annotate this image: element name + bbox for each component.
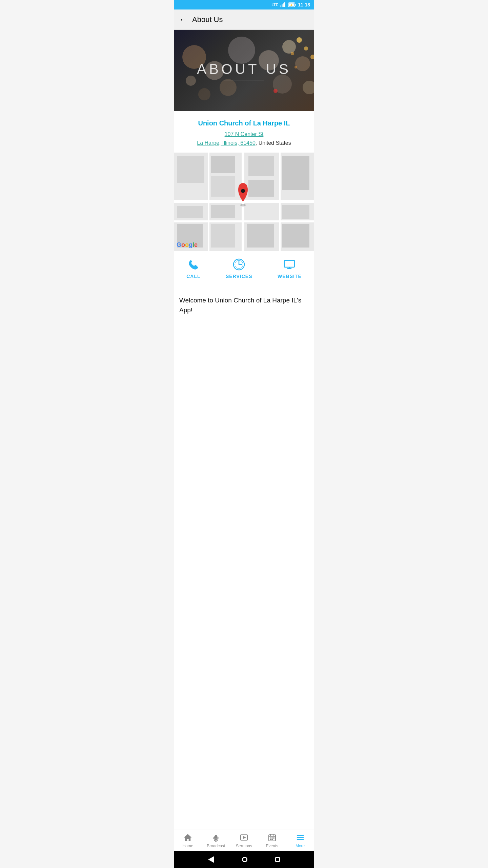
svg-rect-0: [280, 5, 281, 7]
website-label: WEBSITE: [278, 274, 302, 279]
svg-text:Google: Google: [177, 241, 198, 248]
android-back-button[interactable]: [208, 856, 214, 863]
nav-more-label: More: [296, 844, 305, 848]
nav-broadcast-label: Broadcast: [207, 844, 225, 848]
svg-rect-71: [270, 839, 271, 840]
svg-rect-40: [211, 224, 235, 248]
lte-indicator: LTE: [271, 3, 278, 7]
svg-point-13: [295, 56, 310, 71]
svg-rect-2: [283, 3, 284, 7]
welcome-text: Welcome to Union Church of La Harpe IL's…: [179, 296, 309, 315]
call-label: CALL: [186, 274, 200, 279]
hero-title: ABOUT US: [197, 61, 291, 77]
svg-rect-69: [271, 837, 273, 839]
hero-banner: ABOUT US: [174, 30, 314, 111]
website-icon: [283, 258, 296, 271]
svg-rect-36: [282, 156, 309, 190]
svg-point-20: [304, 46, 308, 51]
services-button[interactable]: SERVICES: [226, 258, 252, 279]
svg-rect-27: [174, 200, 314, 203]
svg-rect-37: [177, 206, 203, 218]
services-label: SERVICES: [226, 274, 252, 279]
church-name: Union Church of La Harpe IL: [179, 119, 309, 127]
svg-rect-28: [174, 220, 314, 222]
svg-point-18: [303, 81, 314, 94]
events-icon: [267, 833, 277, 842]
website-button[interactable]: WEBSITE: [278, 258, 302, 279]
svg-rect-70: [273, 837, 274, 839]
signal-icon: [280, 2, 286, 7]
svg-rect-68: [270, 837, 271, 839]
svg-rect-34: [248, 156, 274, 176]
services-icon: [232, 258, 245, 271]
svg-rect-3: [284, 2, 285, 7]
svg-point-21: [291, 52, 294, 55]
svg-rect-31: [177, 156, 204, 183]
svg-rect-33: [211, 176, 235, 197]
svg-text:⚡: ⚡: [290, 3, 293, 7]
map-container[interactable]: ter St Google: [174, 153, 314, 251]
sermons-icon: [239, 833, 249, 842]
svg-point-14: [220, 79, 237, 96]
call-button[interactable]: CALL: [186, 258, 200, 279]
svg-point-17: [186, 76, 196, 86]
svg-rect-54: [284, 260, 294, 267]
address-line1[interactable]: 107 N Center St: [225, 131, 264, 137]
svg-rect-59: [215, 835, 217, 839]
page-title: About Us: [192, 15, 223, 24]
svg-rect-35: [248, 180, 274, 197]
address-country: , United States: [256, 140, 291, 146]
battery-icon: ⚡: [288, 2, 296, 7]
back-button[interactable]: ←: [179, 15, 187, 24]
bottom-nav: Home Broadcast Sermons: [174, 829, 314, 851]
call-icon: [187, 258, 200, 271]
status-bar: LTE ⚡ 11:18: [174, 0, 314, 9]
address-line2[interactable]: La Harpe, Illinois, 61450: [197, 140, 256, 146]
svg-rect-32: [211, 156, 235, 173]
broadcast-icon: [211, 833, 221, 842]
more-icon: [296, 833, 305, 842]
nav-broadcast[interactable]: Broadcast: [204, 833, 228, 848]
home-icon: [183, 833, 192, 842]
hero-divider: [224, 80, 264, 80]
nav-events[interactable]: Events: [260, 833, 284, 848]
time-display: 11:18: [298, 2, 310, 7]
nav-sermons[interactable]: Sermons: [232, 833, 256, 848]
android-home-button[interactable]: [242, 857, 247, 862]
svg-point-19: [297, 37, 302, 43]
svg-point-24: [273, 89, 278, 93]
church-address[interactable]: 107 N Center St La Harpe, Illinois, 6145…: [179, 130, 309, 147]
welcome-section: Welcome to Union Church of La Harpe IL's…: [174, 286, 314, 829]
svg-rect-5: [295, 4, 296, 6]
map-svg: ter St Google: [174, 153, 314, 251]
svg-rect-1: [282, 4, 283, 7]
svg-marker-63: [243, 836, 246, 839]
svg-point-15: [198, 88, 210, 100]
android-recents-button[interactable]: [275, 857, 280, 862]
svg-point-22: [310, 55, 314, 59]
svg-point-23: [294, 66, 297, 68]
svg-rect-41: [247, 224, 274, 248]
svg-rect-39: [211, 205, 235, 218]
hero-content: ABOUT US: [197, 61, 291, 80]
svg-rect-72: [271, 839, 273, 840]
church-info: Union Church of La Harpe IL 107 N Center…: [174, 111, 314, 153]
svg-rect-49: [174, 202, 314, 202]
header: ← About Us: [174, 9, 314, 30]
android-nav-bar: [174, 851, 314, 868]
nav-events-label: Events: [266, 844, 278, 848]
nav-home-label: Home: [182, 844, 193, 848]
action-buttons: CALL SERVICES WEBSITE: [174, 251, 314, 286]
nav-home[interactable]: Home: [176, 833, 200, 848]
svg-rect-42: [282, 205, 309, 219]
svg-point-10: [228, 37, 255, 64]
svg-rect-43: [282, 224, 309, 248]
svg-point-12: [282, 40, 296, 54]
nav-sermons-label: Sermons: [236, 844, 252, 848]
nav-more[interactable]: More: [288, 833, 312, 848]
